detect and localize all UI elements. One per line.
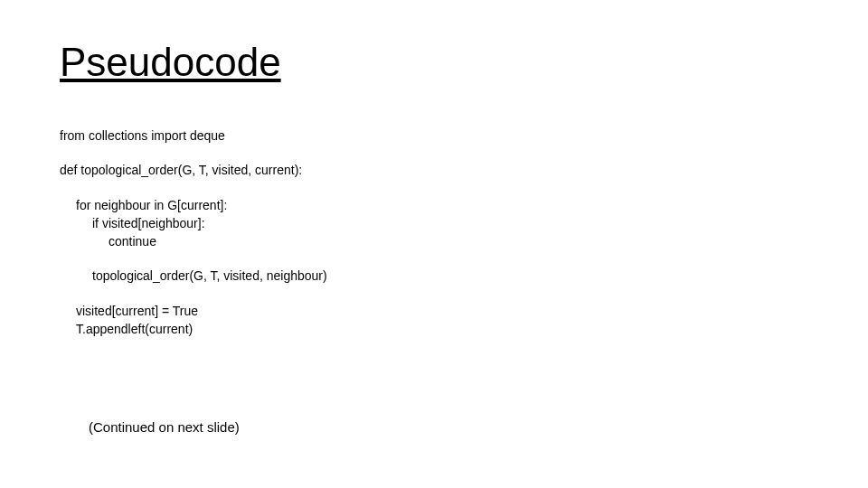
code-line: topological_order(G, T, visited, neighbo… <box>60 267 801 285</box>
slide-title: Pseudocode <box>60 40 281 85</box>
code-line: def topological_order(G, T, visited, cur… <box>60 161 801 179</box>
code-line: visited[current] = True <box>60 302 801 320</box>
code-line: from collections import deque <box>60 127 801 145</box>
code-line: continue <box>60 232 801 250</box>
pseudocode-block: from collections import deque def topolo… <box>60 127 801 338</box>
code-line: for neighbour in G[current]: <box>60 196 801 214</box>
code-line: T.appendleft(current) <box>60 320 801 338</box>
slide: Pseudocode from collections import deque… <box>0 0 868 488</box>
continued-note: (Continued on next slide) <box>89 419 240 435</box>
code-line: if visited[neighbour]: <box>60 214 801 232</box>
